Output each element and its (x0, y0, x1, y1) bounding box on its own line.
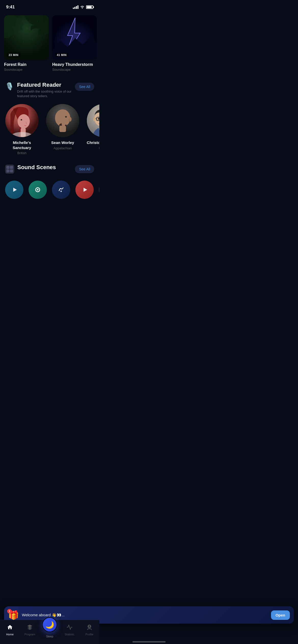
svg-rect-1 (9, 23, 9, 25)
svg-rect-8 (32, 38, 32, 40)
svg-point-20 (69, 117, 72, 122)
svg-point-14 (18, 114, 30, 128)
featured-reader-title: Featured Reader (17, 82, 75, 88)
svg-rect-6 (13, 36, 13, 38)
svg-marker-47 (84, 188, 87, 192)
forest-rain-duration: 23 MIN (7, 53, 20, 57)
scene-circle-4 (75, 181, 94, 199)
svg-rect-5 (45, 33, 45, 35)
thunderstorm-image: 41 MIN (52, 15, 97, 60)
scene-item-2[interactable] (28, 181, 48, 201)
wifi-icon (80, 5, 85, 9)
forest-rain-image: 23 MIN (4, 15, 49, 60)
svg-point-46 (60, 191, 62, 192)
svg-rect-42 (10, 169, 13, 172)
sound-scenes-see-all-button[interactable]: See All (75, 165, 94, 173)
sound-scenes-header-left: Sound Scenes (5, 164, 75, 175)
svg-point-19 (55, 109, 70, 127)
michelle-accent: British (4, 151, 40, 155)
featured-reader-header: 🎙️ Featured Reader Drift off with the so… (0, 77, 99, 100)
signal-bars-icon (73, 5, 78, 9)
thunderstorm-title: Heavy Thunderstorm (52, 62, 97, 67)
scene-item-1[interactable] (4, 181, 24, 201)
forest-rain-title: Forest Rain (4, 62, 49, 67)
avatar-christopher (87, 104, 99, 137)
svg-rect-39 (6, 166, 9, 169)
scene-circle-3 (52, 181, 70, 199)
svg-rect-41 (6, 169, 9, 172)
scene-circle-5 (99, 181, 99, 199)
svg-point-45 (37, 189, 38, 191)
thunderstorm-duration: 41 MIN (55, 53, 69, 57)
christopher-name: Christopher Fitton (86, 140, 99, 145)
sound-scenes-header: Sound Scenes See All (0, 159, 99, 177)
featured-reader-title-block: Featured Reader Drift off with the sooth… (17, 82, 75, 98)
avatar-sean (46, 104, 79, 137)
svg-rect-4 (37, 20, 37, 22)
thunderstorm-subtitle: Soundscape (52, 68, 97, 71)
reader-card-michelle[interactable]: Michelle's Sanctuary British (4, 104, 40, 155)
readers-scroll[interactable]: Michelle's Sanctuary British (0, 100, 99, 159)
svg-point-15 (21, 119, 22, 121)
scenes-scroll[interactable] (0, 177, 99, 204)
michelle-name: Michelle's Sanctuary (4, 140, 40, 150)
reader-card-christopher[interactable]: Christopher Fitton British (86, 104, 99, 155)
svg-rect-3 (27, 28, 27, 30)
status-bar: 9:41 (0, 0, 99, 13)
sound-card-forest-rain[interactable]: 23 MIN Forest Rain Soundscape (4, 15, 49, 71)
christopher-accent: British (86, 146, 99, 150)
svg-rect-40 (10, 166, 13, 169)
status-icons (73, 5, 93, 9)
reader-card-sean[interactable]: Sean Worley Appalachian (45, 104, 80, 155)
sound-scenes-title: Sound Scenes (17, 164, 56, 171)
scene-item-3[interactable] (51, 181, 71, 201)
svg-rect-2 (17, 18, 17, 20)
scene-item-4[interactable] (74, 181, 95, 201)
sean-accent: Appalachian (45, 146, 80, 150)
status-time: 9:41 (6, 5, 15, 10)
svg-rect-7 (23, 41, 23, 43)
scene-circle-2 (29, 181, 47, 199)
svg-marker-43 (13, 188, 17, 192)
svg-rect-9 (41, 43, 41, 45)
featured-reader-header-left: 🎙️ Featured Reader Drift off with the so… (5, 82, 75, 98)
svg-point-35 (93, 117, 96, 121)
battery-icon (86, 5, 93, 9)
svg-rect-38 (5, 165, 14, 174)
microphone-icon: 🎙️ (5, 82, 14, 91)
scene-circle-1 (5, 181, 23, 199)
sound-scenes-icon (5, 165, 14, 175)
sean-name: Sean Worley (45, 140, 80, 145)
scene-item-5[interactable] (98, 181, 99, 201)
featured-reader-see-all-button[interactable]: See All (75, 83, 94, 91)
featured-reader-subtitle: Drift off with the soothing voice of our… (17, 89, 75, 98)
svg-rect-24 (59, 126, 66, 132)
sound-card-thunderstorm[interactable]: 41 MIN Heavy Thunderstorm Soundscape (52, 15, 97, 71)
avatar-michelle (5, 104, 38, 137)
sound-cards-scroll[interactable]: 23 MIN Forest Rain Soundscape (0, 13, 99, 77)
forest-rain-subtitle: Soundscape (4, 68, 49, 71)
